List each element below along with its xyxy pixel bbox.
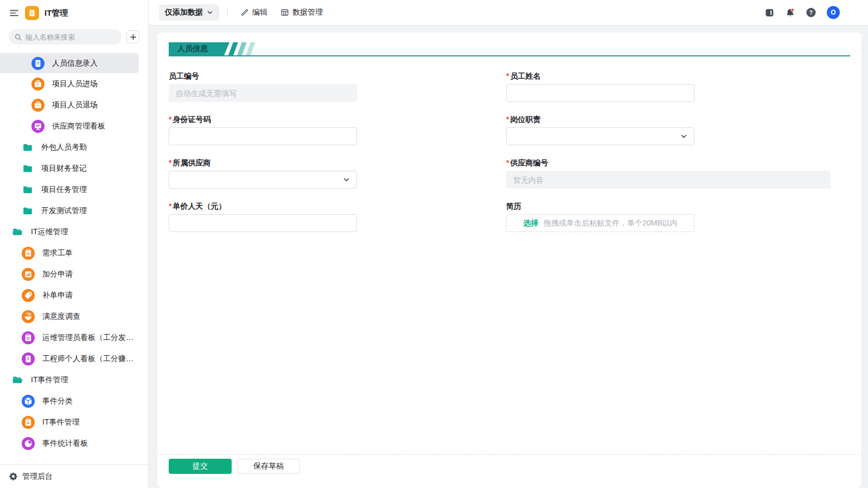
form-card: 人员信息 员工编号*员工姓名*身份证号码*岗位职责*所属供应商*供应商编号*单价… (157, 33, 861, 488)
required-asterisk: * (506, 158, 509, 167)
field-select[interactable] (169, 171, 357, 189)
section-title: 人员信息 (177, 44, 208, 54)
data-manage-button[interactable]: 数据管理 (276, 4, 327, 21)
table-icon (280, 8, 289, 17)
form-field: *员工姓名 (506, 72, 850, 102)
main-area: 仅添加数据 编辑 (149, 0, 868, 488)
monitor-icon (31, 120, 44, 133)
sidebar-item-label: 项目财务登记 (41, 164, 91, 174)
form-field: *身份证号码 (169, 115, 506, 145)
field-input[interactable] (169, 127, 357, 145)
sidebar-item[interactable]: 需求工单 (0, 242, 148, 264)
sidebar-item[interactable]: 供应商管理看板 (0, 115, 148, 137)
field-label: *岗位职责 (506, 115, 850, 124)
briefcase-icon (31, 99, 44, 112)
form-field: 员工编号 (169, 72, 506, 102)
sidebar-item[interactable]: 开发测试管理 (0, 200, 148, 221)
section-title-banner: 人员信息 (169, 42, 229, 55)
app-window: IT管理 人员信息录入项目人员进场项目人员退场供应商管理看板外包人员考勤项目财务… (0, 0, 868, 488)
chevron-down-icon (680, 133, 687, 140)
file-upload-area[interactable]: 选择拖拽或单击后粘贴文件，单个20MB以内 (506, 214, 694, 232)
help-icon[interactable]: ? (806, 7, 816, 18)
sidebar-item-label: 补单申请 (42, 291, 77, 300)
sidebar-item-label: 项目任务管理 (41, 185, 91, 195)
sidebar-item[interactable]: 人员信息录入 (0, 53, 139, 73)
add-button[interactable] (126, 30, 139, 43)
form-field: *供应商编号 (506, 158, 850, 189)
sidebar-item[interactable]: 事件统计看板 (0, 433, 148, 454)
briefcase-icon (31, 78, 44, 91)
folder-icon (22, 162, 34, 175)
sidebar-item[interactable]: IT事件管理 (0, 369, 148, 390)
field-input (506, 171, 831, 189)
doc-icon (31, 57, 44, 70)
banner-stripes-decoration (231, 42, 253, 55)
search-box (9, 29, 122, 44)
mode-button-label: 仅添加数据 (165, 8, 203, 17)
chevron-down-icon (343, 176, 350, 183)
submit-button[interactable]: 提交 (169, 459, 232, 474)
topbar-right: ? O (764, 6, 840, 19)
folder-icon (22, 183, 34, 196)
sidebar-item[interactable]: 加分申请 (0, 264, 148, 285)
save-draft-button[interactable]: 保存草稿 (237, 459, 300, 474)
form-field: 简历选择拖拽或单击后粘贴文件，单个20MB以内 (506, 202, 850, 232)
sidebar: IT管理 人员信息录入项目人员进场项目人员退场供应商管理看板外包人员考勤项目财务… (0, 0, 149, 488)
notification-dot (791, 8, 794, 11)
side-panel-icon[interactable] (764, 8, 775, 18)
field-label: *所属供应商 (169, 158, 506, 168)
sidebar-item-label: IT事件管理 (31, 375, 72, 385)
folder-open-icon (11, 374, 23, 387)
required-asterisk: * (169, 115, 171, 124)
field-input[interactable] (169, 214, 357, 232)
sidebar-item[interactable]: 补单申请 (0, 285, 148, 306)
chevron-down-icon (207, 9, 213, 16)
menu-icon[interactable] (9, 8, 20, 18)
field-label: 简历 (506, 202, 850, 211)
sidebar-item-label: 工程师个人看板（工分赚… (42, 354, 138, 364)
sidebar-item[interactable]: 项目人员进场 (0, 73, 148, 94)
admin-backend-button[interactable]: 管理后台 (0, 464, 148, 488)
upload-select-link[interactable]: 选择 (523, 219, 538, 228)
section-header: 人员信息 (169, 42, 850, 56)
notification-bell-icon[interactable] (785, 8, 795, 18)
form-field: *所属供应商 (169, 158, 506, 189)
sidebar-item-label: 外包人员考勤 (41, 143, 91, 152)
toolbar-divider (227, 9, 228, 17)
content-area: 人员信息 员工编号*员工姓名*身份证号码*岗位职责*所属供应商*供应商编号*单价… (149, 25, 868, 488)
form-grid: 员工编号*员工姓名*身份证号码*岗位职责*所属供应商*供应商编号*单价人天（元）… (169, 72, 850, 232)
field-input[interactable] (506, 84, 694, 102)
clipboard-icon (22, 416, 35, 429)
required-asterisk: * (169, 158, 171, 167)
sidebar-item[interactable]: 满意度调查 (0, 306, 148, 327)
field-select[interactable] (506, 127, 694, 145)
tag-icon (22, 289, 35, 302)
field-label: 员工编号 (169, 72, 506, 81)
field-input (169, 84, 357, 102)
sidebar-item[interactable]: 项目人员退场 (0, 94, 148, 115)
mode-button[interactable]: 仅添加数据 (159, 4, 219, 21)
sidebar-item[interactable]: 项目财务登记 (0, 158, 148, 179)
form-actions: 提交 保存草稿 (157, 454, 861, 488)
avatar[interactable]: O (827, 6, 840, 19)
sidebar-item[interactable]: 运维管理员看板（工分发… (0, 327, 148, 348)
edit-button[interactable]: 编辑 (236, 4, 272, 21)
edit-label: 编辑 (252, 8, 267, 17)
upload-hint: 拖拽或单击后粘贴文件，单个20MB以内 (544, 219, 678, 228)
sidebar-item-label: 事件分类 (42, 396, 77, 406)
sidebar-item[interactable]: 工程师个人看板（工分赚… (0, 348, 148, 369)
cube-icon (22, 395, 35, 408)
field-label: *单价人天（元） (169, 202, 506, 211)
sidebar-item-label: 供应商管理看板 (52, 121, 110, 131)
search-input[interactable] (25, 33, 116, 41)
folder-icon (22, 141, 34, 154)
sidebar-nav: 人员信息录入项目人员进场项目人员退场供应商管理看板外包人员考勤项目财务登记项目任… (0, 51, 148, 464)
sidebar-item[interactable]: 外包人员考勤 (0, 137, 148, 158)
required-asterisk: * (169, 202, 171, 210)
sidebar-item[interactable]: IT运维管理 (0, 221, 148, 242)
sidebar-item[interactable]: 项目任务管理 (0, 179, 148, 200)
sidebar-item[interactable]: IT事件管理 (0, 412, 148, 433)
svg-text:?: ? (809, 9, 813, 16)
sidebar-item[interactable]: 事件分类 (0, 390, 148, 412)
form-field: *岗位职责 (506, 115, 850, 145)
